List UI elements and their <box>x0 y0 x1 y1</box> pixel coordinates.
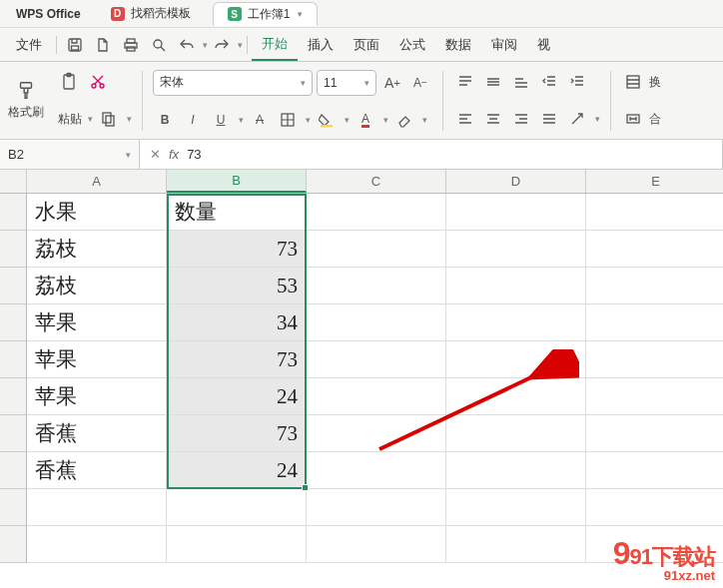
preview-icon[interactable] <box>148 34 170 56</box>
row-height-icon[interactable] <box>621 70 645 94</box>
select-all-corner[interactable] <box>0 170 27 193</box>
print-icon[interactable] <box>120 34 142 56</box>
menu-start[interactable]: 开始 <box>252 29 298 61</box>
row-header[interactable] <box>0 268 27 304</box>
fill-dropdown-icon[interactable]: ▾ <box>345 115 350 125</box>
align-middle-icon[interactable] <box>481 70 505 94</box>
cell[interactable] <box>307 378 446 415</box>
font-size-select[interactable]: 11 ▾ <box>317 70 376 96</box>
cell[interactable] <box>307 415 446 452</box>
name-box-dropdown-icon[interactable]: ▾ <box>126 150 131 160</box>
align-left-icon[interactable] <box>453 107 477 131</box>
strike-icon[interactable]: A <box>248 108 272 132</box>
cell-A4[interactable]: 苹果 <box>27 304 167 341</box>
copy-icon[interactable] <box>97 107 121 131</box>
cell-A7[interactable]: 香蕉 <box>27 415 167 452</box>
paste-icon[interactable] <box>58 70 82 94</box>
cell[interactable] <box>307 452 446 489</box>
orientation-icon[interactable] <box>565 107 589 131</box>
row-header[interactable] <box>0 231 27 268</box>
cell-B1[interactable]: 数量 <box>167 194 307 231</box>
border-dropdown-icon[interactable]: ▾ <box>306 115 311 125</box>
cell[interactable] <box>307 268 446 304</box>
cell[interactable] <box>167 489 307 526</box>
col-header-A[interactable]: A <box>27 170 167 193</box>
row-header[interactable] <box>0 415 27 452</box>
cell[interactable] <box>27 526 167 563</box>
cell-B7[interactable]: 73 <box>167 415 307 452</box>
col-header-E[interactable]: E <box>586 170 723 193</box>
cell[interactable] <box>586 304 723 341</box>
menu-insert[interactable]: 插入 <box>298 30 344 60</box>
cell[interactable] <box>586 341 723 378</box>
undo-dropdown-icon[interactable]: ▾ <box>203 40 208 50</box>
fill-color-icon[interactable] <box>315 108 339 132</box>
menu-file[interactable]: 文件 <box>6 30 52 60</box>
export-icon[interactable] <box>92 34 114 56</box>
paste-dropdown-icon[interactable]: ▾ <box>88 114 93 124</box>
cut-icon[interactable] <box>86 70 110 94</box>
cell[interactable] <box>446 489 586 526</box>
row-header[interactable] <box>0 378 27 415</box>
cell[interactable] <box>307 526 446 563</box>
wrap-text-label[interactable]: 换 <box>649 74 661 91</box>
bold-icon[interactable]: B <box>153 108 177 132</box>
decrease-font-icon[interactable]: A− <box>408 71 432 95</box>
cell[interactable] <box>307 489 446 526</box>
cell-A1[interactable]: 水果 <box>27 194 167 231</box>
increase-font-icon[interactable]: A+ <box>380 71 404 95</box>
cell[interactable] <box>586 378 723 415</box>
cell-B3[interactable]: 53 <box>167 268 307 304</box>
cell[interactable] <box>307 231 446 268</box>
justify-icon[interactable] <box>537 107 561 131</box>
cell[interactable] <box>586 489 723 526</box>
cell-B8[interactable]: 24 <box>167 452 307 489</box>
cell[interactable] <box>446 341 586 378</box>
decrease-indent-icon[interactable] <box>537 70 561 94</box>
cell[interactable] <box>586 268 723 304</box>
cell[interactable] <box>27 489 167 526</box>
col-header-D[interactable]: D <box>446 170 586 193</box>
format-painter-button[interactable]: 格式刷 <box>4 71 48 131</box>
undo-icon[interactable] <box>176 34 198 56</box>
eraser-icon[interactable] <box>392 108 416 132</box>
redo-dropdown-icon[interactable]: ▾ <box>238 40 243 50</box>
row-header[interactable] <box>0 526 27 563</box>
paste-label[interactable]: 粘贴 <box>58 111 82 128</box>
cell[interactable] <box>586 231 723 268</box>
cell[interactable] <box>586 452 723 489</box>
cell[interactable] <box>446 526 586 563</box>
row-header[interactable] <box>0 452 27 489</box>
cell[interactable] <box>307 341 446 378</box>
cell[interactable] <box>446 194 586 231</box>
align-center-icon[interactable] <box>481 107 505 131</box>
row-header[interactable] <box>0 341 27 378</box>
cell[interactable] <box>446 268 586 304</box>
col-header-C[interactable]: C <box>307 170 446 193</box>
name-box[interactable]: B2 ▾ <box>0 140 140 169</box>
cell[interactable] <box>586 194 723 231</box>
copy-dropdown-icon[interactable]: ▾ <box>127 114 132 124</box>
cell-A6[interactable]: 苹果 <box>27 378 167 415</box>
cell[interactable] <box>307 194 446 231</box>
cell[interactable] <box>446 231 586 268</box>
cell[interactable] <box>307 304 446 341</box>
row-header[interactable] <box>0 304 27 341</box>
cell-A2[interactable]: 荔枝 <box>27 231 167 268</box>
redo-icon[interactable] <box>211 34 233 56</box>
align-right-icon[interactable] <box>509 107 533 131</box>
row-header[interactable] <box>0 194 27 231</box>
cell-B6[interactable]: 24 <box>167 378 307 415</box>
font-name-select[interactable]: 宋体 ▾ <box>153 70 313 96</box>
cell[interactable] <box>446 415 586 452</box>
col-header-B[interactable]: B <box>167 170 307 193</box>
cell-A8[interactable]: 香蕉 <box>27 452 167 489</box>
formula-input[interactable]: ✕ fx 73 <box>140 140 723 169</box>
font-color-icon[interactable]: A <box>354 108 377 132</box>
menu-page[interactable]: 页面 <box>344 30 389 60</box>
underline-icon[interactable]: U <box>209 108 233 132</box>
italic-icon[interactable]: I <box>181 108 205 132</box>
orientation-dropdown-icon[interactable]: ▾ <box>595 114 600 124</box>
menu-formula[interactable]: 公式 <box>389 30 435 60</box>
menu-review[interactable]: 审阅 <box>481 30 527 60</box>
